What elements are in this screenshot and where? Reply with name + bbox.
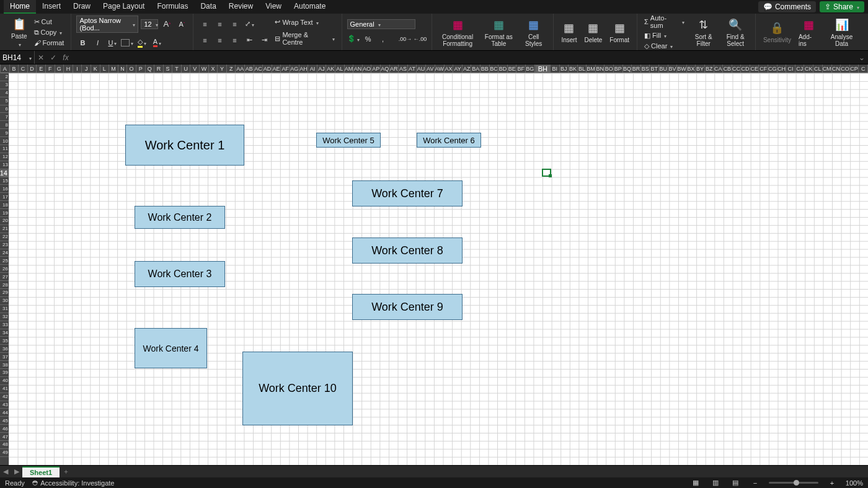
shape-work-center[interactable]: Work Center 7 — [352, 180, 463, 206]
copy-button[interactable]: ⧉Copy — [32, 28, 66, 37]
row-header[interactable]: 12 — [0, 153, 9, 161]
decrease-indent-button[interactable]: ⇤ — [243, 34, 255, 47]
menu-tab-data[interactable]: Data — [194, 0, 222, 14]
align-left-button[interactable]: ≡ — [198, 34, 211, 47]
col-header[interactable]: AL — [335, 64, 345, 73]
menu-tab-review[interactable]: Review — [223, 0, 259, 14]
cells-area[interactable]: Work Center 1Work Center 5Work Center 6W… — [9, 73, 868, 465]
col-header[interactable]: AZ — [463, 64, 472, 73]
col-header[interactable]: S — [164, 64, 173, 73]
row-header[interactable]: 35 — [0, 337, 9, 345]
zoom-level[interactable]: 100% — [846, 479, 863, 487]
row-header[interactable]: 13 — [0, 161, 9, 169]
col-header[interactable]: CL — [813, 64, 823, 73]
row-header[interactable]: 17 — [0, 193, 9, 201]
row-header[interactable]: 48 — [0, 441, 9, 449]
row-header[interactable]: 23 — [0, 241, 9, 249]
format-as-table-button[interactable]: ▦Format as Table — [481, 16, 516, 48]
col-header[interactable]: J — [82, 64, 91, 73]
comma-button[interactable]: , — [377, 33, 389, 45]
expand-formula-bar-button[interactable]: ⌄ — [856, 53, 868, 62]
col-header[interactable]: CB — [723, 64, 732, 73]
row-header[interactable]: 28 — [0, 281, 9, 289]
fill-button[interactable]: ◧Fill — [642, 31, 686, 40]
col-header[interactable]: BZ — [705, 64, 714, 73]
col-header[interactable]: BD — [498, 64, 508, 73]
shape-work-center[interactable]: Work Center 3 — [135, 261, 225, 287]
col-header[interactable]: O — [127, 64, 136, 73]
col-header[interactable]: AP — [371, 64, 381, 73]
col-header[interactable]: CD — [741, 64, 750, 73]
col-header[interactable]: C — [19, 64, 28, 73]
col-header[interactable]: BL — [578, 64, 587, 73]
add-sheet-button[interactable]: ＋ — [60, 467, 72, 476]
shape-work-center[interactable]: Work Center 10 — [242, 352, 353, 425]
col-header[interactable]: AU — [417, 64, 426, 73]
col-header[interactable]: I — [73, 64, 82, 73]
page-break-view-button[interactable]: ▤ — [729, 479, 742, 487]
col-header[interactable]: P — [136, 64, 146, 73]
col-header[interactable]: X — [209, 64, 218, 73]
menu-tab-automate[interactable]: Automate — [288, 0, 332, 14]
number-format-select[interactable]: General — [347, 19, 415, 29]
wrap-text-button[interactable]: ↩Wrap Text — [273, 17, 336, 27]
col-header[interactable]: BC — [490, 64, 499, 73]
col-header[interactable]: BB — [480, 64, 490, 73]
find-select-button[interactable]: 🔍Find & Select — [720, 16, 750, 48]
row-header[interactable]: 20 — [0, 217, 9, 225]
col-header[interactable]: CI — [786, 64, 795, 73]
row-header[interactable]: 30 — [0, 297, 9, 305]
accept-formula-button[interactable]: ✓ — [47, 53, 60, 62]
paste-button[interactable]: 📋 Paste — [9, 16, 30, 49]
col-header[interactable]: CP — [850, 64, 859, 73]
col-header[interactable]: AB — [245, 64, 254, 73]
col-header[interactable]: CN — [832, 64, 841, 73]
col-header[interactable]: CO — [841, 64, 850, 73]
col-header[interactable]: C — [859, 64, 868, 73]
normal-view-button[interactable]: ▦ — [689, 479, 702, 487]
increase-indent-button[interactable]: ⇥ — [258, 34, 270, 47]
percent-button[interactable]: % — [362, 33, 374, 45]
col-header[interactable]: CJ — [795, 64, 805, 73]
col-header[interactable]: BV — [668, 64, 678, 73]
col-header[interactable]: BX — [687, 64, 696, 73]
col-header[interactable]: U — [182, 64, 191, 73]
row-header[interactable]: 4 — [0, 89, 9, 97]
row-header[interactable]: 41 — [0, 385, 9, 393]
col-header[interactable]: CK — [804, 64, 813, 73]
col-header[interactable]: BG — [526, 64, 535, 73]
col-header[interactable]: AC — [254, 64, 264, 73]
col-header[interactable]: CG — [768, 64, 777, 73]
row-header[interactable]: 18 — [0, 201, 9, 209]
underline-button[interactable]: U — [106, 37, 118, 49]
col-header[interactable]: N — [118, 64, 128, 73]
zoom-out-button[interactable]: − — [749, 479, 761, 487]
row-header[interactable]: 37 — [0, 353, 9, 361]
col-header[interactable]: CM — [823, 64, 832, 73]
col-header[interactable]: BT — [650, 64, 659, 73]
col-header[interactable]: AA — [236, 64, 245, 73]
fx-icon[interactable]: fx — [60, 53, 72, 62]
zoom-in-button[interactable]: + — [826, 479, 838, 487]
row-header[interactable]: 42 — [0, 393, 9, 401]
align-bottom-button[interactable]: ≡ — [228, 18, 241, 30]
row-header[interactable]: 29 — [0, 289, 9, 297]
col-header[interactable]: AS — [399, 64, 408, 73]
col-header[interactable]: BY — [696, 64, 705, 73]
sheet-tab-active[interactable]: Sheet1 — [22, 466, 60, 477]
menu-tab-view[interactable]: View — [259, 0, 288, 14]
row-header[interactable]: 49 — [0, 449, 9, 457]
add-ins-button[interactable]: ▦Add-ins — [796, 16, 822, 48]
row-header[interactable]: 27 — [0, 273, 9, 281]
col-header[interactable]: H — [64, 64, 73, 73]
row-header[interactable]: 25 — [0, 257, 9, 265]
col-header[interactable]: L — [100, 64, 110, 73]
col-header[interactable]: AF — [281, 64, 290, 73]
insert-cells-button[interactable]: ▦Insert — [559, 19, 579, 45]
col-header[interactable]: E — [37, 64, 46, 73]
shape-work-center[interactable]: Work Center 4 — [135, 328, 207, 368]
col-header[interactable]: AW — [435, 64, 445, 73]
col-header[interactable]: BR — [632, 64, 641, 73]
menu-tab-home[interactable]: Home — [4, 0, 36, 14]
prev-sheet-button[interactable]: ◀ — [0, 468, 11, 476]
